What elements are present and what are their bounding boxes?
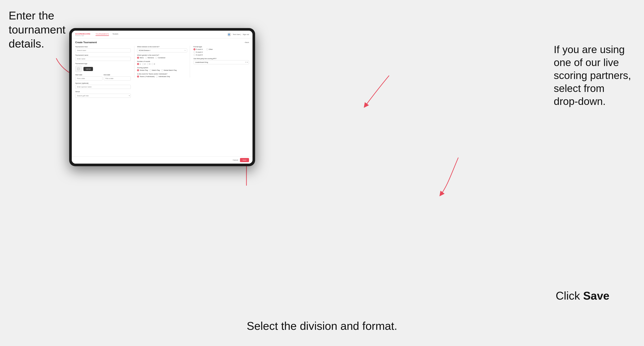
venue-dropdown-icon: ▾ [129, 95, 130, 96]
tournament-host-group: Tournament Host [75, 46, 131, 52]
form-col-2: Which division is the event for? NCAA Di… [134, 46, 190, 77]
scoring-stroke-radio[interactable] [137, 69, 139, 71]
sponsor-group: Sponsor (optional) [75, 82, 131, 89]
gender-mens-radio[interactable] [137, 57, 139, 59]
division-label: Which division is the event for? [137, 46, 187, 48]
scoring-radio-group: Stroke Play Match Play Medal Match Play [137, 69, 187, 71]
tournament-logo-group: Tournament logo Upload [75, 63, 131, 72]
gender-womens-radio[interactable] [145, 57, 147, 59]
sponsor-input[interactable] [75, 85, 131, 89]
gender-mens[interactable]: Mens [137, 57, 144, 59]
nav-links: TOURNAMENTS TEAMS [96, 33, 227, 36]
annotation-bottom-center: Select the division and format. [247, 319, 397, 333]
save-button[interactable]: Save [240, 158, 249, 162]
page-header: Create Tournament ‹ Back [75, 41, 249, 44]
format-other[interactable]: Other [206, 48, 213, 50]
start-date-group: Start date [75, 74, 102, 81]
division-select[interactable]: NCAA Division I [137, 48, 187, 52]
cancel-button[interactable]: Cancel [233, 158, 238, 162]
format-6count4[interactable]: 6 count 4 [194, 51, 249, 53]
tournament-logo-label: Tournament logo [75, 63, 131, 65]
search-golf-club-input[interactable] [75, 94, 131, 98]
page-title: Create Tournament [75, 41, 97, 44]
nav-bar: SCOREBOARD Powered by clippit TOURNAMENT… [72, 31, 252, 38]
event-type-radio-group: Teams (+Individuals) Individuals Only [137, 76, 187, 77]
live-scoring-label: Use third-party live scoring API? [194, 58, 249, 60]
format-row-1: 5 count 4 Other [194, 48, 249, 50]
tablet-device: SCOREBOARD Powered by clippit TOURNAMENT… [69, 28, 255, 166]
nav-logo: SCOREBOARD Powered by clippit [75, 33, 90, 36]
rounds-2[interactable]: 2 [142, 63, 146, 65]
gender-womens[interactable]: Womens [145, 57, 154, 59]
form-col-3: Format type 5 count 4 Other [194, 46, 249, 64]
division-group: Which division is the event for? NCAA Di… [137, 46, 187, 52]
rounds-4-radio[interactable] [152, 63, 154, 65]
scoring-group: Scoring system Stroke Play Match Play [137, 67, 187, 71]
live-scoring-clear[interactable]: ✕ ▾ [245, 61, 248, 63]
upload-button[interactable]: Upload [84, 67, 93, 71]
arrow-save [389, 108, 519, 216]
venue-label: Venue [75, 91, 131, 93]
gender-radio-group: Mens Womens Combined [137, 57, 187, 59]
tablet-screen: SCOREBOARD Powered by clippit TOURNAMENT… [72, 31, 252, 164]
scoring-medal-match[interactable]: Medal Match Play [161, 69, 177, 71]
end-date-label: End date [104, 74, 131, 76]
live-scoring-input-wrapper: ✕ ▾ [194, 60, 249, 64]
annotation-top-left: Enter the tournament details. [9, 9, 66, 51]
logo-upload-row: Upload [75, 66, 131, 72]
svg-point-1 [78, 68, 78, 69]
rounds-label: Number of rounds [137, 60, 187, 62]
nav-user-label: Test User | [233, 33, 241, 35]
rounds-3-radio[interactable] [147, 63, 149, 65]
format-type-label: Format type [194, 46, 249, 48]
nav-sign-out[interactable]: Sign out [243, 33, 249, 35]
start-date-input[interactable] [75, 76, 102, 81]
format-other-radio[interactable] [206, 48, 208, 50]
end-date-input[interactable] [104, 76, 131, 81]
format-6count5-radio[interactable] [194, 54, 196, 56]
form-grid: Tournament Host Tournament name Tourname… [75, 46, 249, 98]
live-scoring-input[interactable] [194, 60, 249, 64]
annotation-bottom-right: Click Save [556, 289, 610, 303]
scoring-match-radio[interactable] [150, 69, 151, 71]
rounds-3[interactable]: 3 [147, 63, 150, 65]
rounds-2-radio[interactable] [142, 63, 144, 65]
event-individuals[interactable]: Individuals Only [156, 76, 170, 77]
format-6count4-radio[interactable] [194, 51, 196, 53]
format-5count4[interactable]: 5 count 4 [194, 48, 203, 50]
format-6count5[interactable]: 6 count 5 [194, 54, 249, 56]
scoring-stroke[interactable]: Stroke Play [137, 69, 148, 71]
logo-preview [75, 66, 82, 72]
gender-combined[interactable]: Combined [155, 57, 165, 59]
scoring-label: Scoring system [137, 67, 187, 69]
arrow-top-right [346, 28, 540, 136]
tournament-name-label: Tournament name [75, 54, 131, 56]
event-type-label: Is this event for Teams and/or Individua… [137, 73, 187, 75]
logo-sub: Powered by clippit [75, 35, 90, 36]
tournament-name-input[interactable] [75, 57, 131, 61]
format-5count4-radio[interactable] [194, 48, 196, 50]
end-date-group: End date [104, 74, 131, 81]
rounds-4[interactable]: 4 [152, 63, 155, 65]
format-type-group: Format type 5 count 4 Other [194, 46, 249, 56]
search-team-input[interactable] [75, 48, 131, 52]
rounds-1[interactable]: 1 [137, 63, 140, 65]
back-button[interactable]: ‹ Back [244, 41, 249, 43]
nav-tournaments[interactable]: TOURNAMENTS [96, 33, 109, 36]
rounds-radio-group: 1 2 3 4 [137, 63, 187, 65]
rounds-1-radio[interactable] [137, 63, 139, 65]
main-content: Create Tournament ‹ Back Tournament Host… [72, 38, 252, 156]
scoring-match[interactable]: Match Play [150, 69, 160, 71]
gender-combined-radio[interactable] [155, 57, 157, 59]
scoring-medal-match-radio[interactable] [161, 69, 163, 71]
event-teams[interactable]: Teams (+Individuals) [137, 76, 154, 77]
tournament-name-group: Tournament name [75, 54, 131, 61]
gender-group: Which gender is the event for? Mens Wome… [137, 54, 187, 59]
form-footer: Cancel Save [72, 156, 252, 164]
event-individuals-radio[interactable] [156, 76, 158, 77]
nav-teams[interactable]: TEAMS [112, 33, 118, 36]
event-teams-radio[interactable] [137, 76, 139, 77]
logo-title: SCOREBOARD [75, 33, 90, 35]
format-options: 5 count 4 Other 6 count 4 [194, 48, 249, 56]
gender-label: Which gender is the event for? [137, 54, 187, 56]
